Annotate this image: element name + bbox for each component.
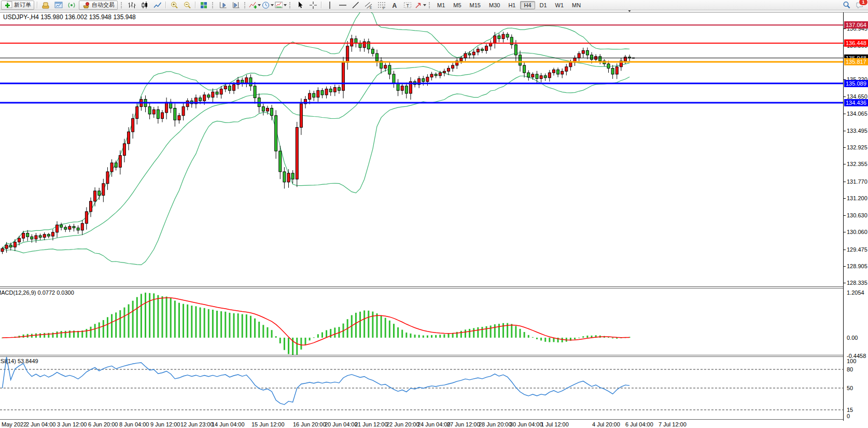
rsi-indicator-pane[interactable]: [0, 357, 843, 419]
signals-icon: [67, 1, 76, 9]
time-label: 16 Jun 20:00: [293, 421, 326, 427]
periods-clock-icon: [262, 1, 270, 9]
timeframe-m15-button[interactable]: M15: [466, 1, 484, 9]
label-tool-button[interactable]: T: [401, 0, 414, 10]
time-axis[interactable]: May 20222 Jun 04:003 Jun 12:006 Jun 20:0…: [0, 421, 868, 428]
arrow-tools-caret[interactable]: [423, 4, 426, 6]
bar-chart-mode-button[interactable]: [125, 0, 138, 10]
svg-text:T: T: [406, 3, 409, 8]
template-button[interactable]: [274, 0, 287, 10]
template-caret[interactable]: [284, 4, 287, 6]
price-badge: 134.436: [844, 99, 868, 106]
price-tick: 132.925: [847, 144, 867, 150]
cursor-tool-button[interactable]: [293, 0, 306, 10]
chat-button[interactable]: 1: [853, 0, 866, 10]
time-label: 24 Jun 04:00: [417, 421, 451, 427]
timeframe-mn-button[interactable]: MN: [568, 1, 584, 9]
arrow-tools-button[interactable]: [414, 0, 427, 10]
new-order-button[interactable]: 新订单: [1, 1, 34, 10]
zoom-out-button[interactable]: [180, 0, 193, 10]
time-label: 2 Jun 04:00: [26, 421, 56, 427]
auto-scroll-button[interactable]: [216, 0, 229, 10]
main-chart-pane[interactable]: [0, 12, 843, 286]
svg-text:A: A: [392, 2, 397, 9]
svg-text:E: E: [370, 6, 372, 9]
add-indicator-caret[interactable]: [258, 4, 261, 6]
price-tick: 128.335: [847, 280, 867, 286]
candlestick-mode-button[interactable]: [138, 0, 151, 10]
line-chart-icon: [153, 1, 162, 9]
timeframe-h1-button[interactable]: H1: [505, 1, 519, 9]
time-label: 6 Jun 20:00: [88, 421, 118, 427]
time-label: 28 Jun 20:00: [479, 421, 512, 427]
candlestick-chart-icon: [141, 1, 149, 9]
chart-window-button[interactable]: [52, 0, 65, 10]
timeframe-m30-button[interactable]: M30: [485, 1, 503, 9]
time-label: 6 Jul 04:00: [625, 421, 653, 427]
rsi-scale-tick: 50: [847, 385, 853, 391]
symbols-button[interactable]: [39, 0, 52, 10]
time-label: 8 Jun 04:00: [119, 421, 149, 427]
price-axis[interactable]: 136.945136.360135.220134.650134.065133.4…: [843, 12, 868, 421]
label-icon: T: [403, 1, 412, 9]
macd-indicator-pane[interactable]: [0, 288, 843, 356]
time-label: 27 Jun 12:00: [447, 421, 480, 427]
zoom-in-button[interactable]: [167, 0, 180, 10]
auto-trading-button[interactable]: 自动交易: [79, 1, 118, 10]
fibonacci-tool-button[interactable]: F: [375, 0, 388, 10]
price-tick: 128.905: [847, 263, 867, 269]
price-badge: 137.064: [844, 21, 868, 29]
add-indicator-button[interactable]: [248, 0, 261, 10]
timeframe-h4-button[interactable]: H4: [520, 1, 535, 9]
periods-caret[interactable]: [271, 4, 274, 6]
svg-text:F: F: [383, 6, 385, 9]
timeframe-group: M1M5M15M30H1H4D1W1MN: [433, 2, 585, 8]
timeframe-m1-button[interactable]: M1: [433, 1, 449, 9]
chat-unread-badge: 1: [859, 0, 868, 6]
chart-window-icon: [54, 1, 63, 9]
time-label: 20 Jun 04:00: [325, 421, 358, 427]
price-tick: 130.060: [847, 229, 867, 235]
signals-button[interactable]: [65, 0, 78, 10]
price-tick: 131.770: [847, 178, 867, 185]
crosshair-icon: [309, 1, 317, 9]
periods-button[interactable]: [261, 0, 274, 10]
price-tick: 129.475: [847, 246, 867, 253]
price-tick: 131.200: [847, 195, 867, 201]
tile-windows-button[interactable]: [197, 0, 210, 10]
rsi-scale-tick: 0: [847, 413, 850, 419]
cursor-icon: [296, 1, 304, 9]
text-tool-button[interactable]: A: [388, 0, 401, 10]
trendline-icon: [352, 1, 360, 9]
time-label: 15 Jun 12:00: [251, 421, 285, 427]
auto-trading-label: 自动交易: [92, 1, 115, 9]
price-tick: 132.355: [847, 161, 867, 167]
price-badge: 135.817: [844, 58, 868, 65]
timeframe-m5-button[interactable]: M5: [450, 1, 465, 9]
fibonacci-icon: F: [377, 1, 386, 9]
horizontal-line-tool-button[interactable]: [336, 0, 349, 10]
time-label: 1 Jul 12:00: [541, 421, 569, 427]
channel-tool-button[interactable]: E: [362, 0, 375, 10]
price-tick: 130.630: [847, 212, 867, 218]
vertical-line-icon: [326, 1, 334, 9]
time-label: 12 Jun 23:00: [180, 421, 214, 427]
time-label: 4 Jul 20:00: [592, 421, 620, 427]
search-button[interactable]: [840, 0, 853, 10]
bar-chart-icon: [128, 1, 136, 9]
mt4-terminal-window: 新订单 自动交易: [0, 0, 868, 428]
time-label: 22 Jun 20:00: [386, 421, 419, 427]
line-chart-mode-button[interactable]: [151, 0, 164, 10]
price-badge: 136.448: [844, 39, 868, 47]
timeframe-d1-button[interactable]: D1: [536, 1, 551, 9]
time-label: 9 Jun 12:00: [150, 421, 180, 427]
crosshair-tool-button[interactable]: [306, 0, 319, 10]
new-order-icon: [4, 1, 12, 9]
tile-windows-icon: [200, 1, 208, 9]
time-label: 14 Jun 04:00: [212, 421, 245, 427]
trendline-tool-button[interactable]: [349, 0, 362, 10]
chart-shift-button[interactable]: [229, 0, 242, 10]
vertical-line-tool-button[interactable]: [323, 0, 336, 10]
timeframe-w1-button[interactable]: W1: [552, 1, 568, 9]
auto-trading-icon: [82, 1, 90, 9]
